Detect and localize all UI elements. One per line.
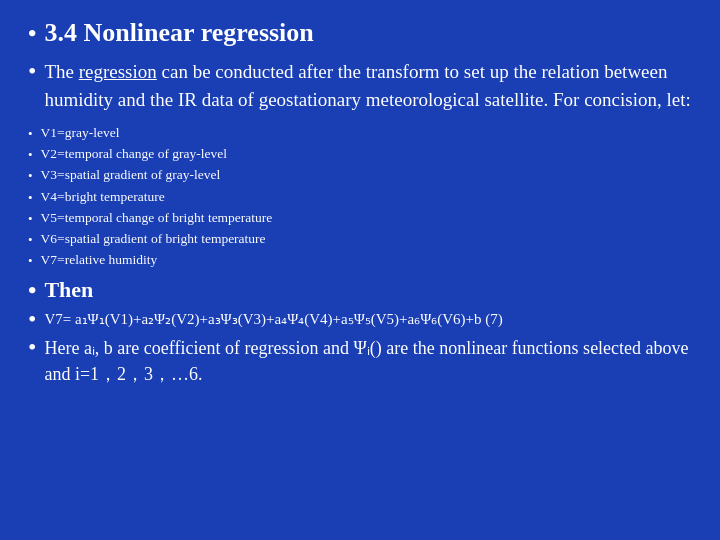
conclusion-block: • Here aᵢ, b are coefficient of regressi… (28, 335, 692, 387)
equation-block: • V7= a₁Ψ₁(V1)+a₂Ψ₂(V2)+a₃Ψ₃(V3)+a₄Ψ₄(V4… (28, 307, 692, 331)
list-item-text: V1=gray-level (41, 123, 120, 144)
list-item-text: V7=relative humidity (41, 250, 158, 271)
list-item-text: V4=bright temperature (41, 187, 165, 208)
list-item: • V5=temporal change of bright temperatu… (28, 208, 692, 229)
list-bullet: • (28, 251, 33, 271)
list-item-text: V3=spatial gradient of gray-level (41, 165, 221, 186)
intro-text: The regression can be conducted after th… (44, 58, 692, 113)
section-heading: • 3.4 Nonlinear regression (28, 18, 692, 48)
list-item-text: V2=temporal change of gray-level (41, 144, 227, 165)
list-bullet: • (28, 124, 33, 144)
list-item-text: V5=temporal change of bright temperature (41, 208, 273, 229)
main-content: • 3.4 Nonlinear regression • The regress… (0, 0, 720, 405)
conclusion-text: Here aᵢ, b are coefficient of regression… (44, 335, 692, 387)
heading-text: 3.4 Nonlinear regression (44, 18, 313, 48)
list-bullet: • (28, 166, 33, 186)
list-item: • V4=bright temperature (28, 187, 692, 208)
list-item: • V3=spatial gradient of gray-level (28, 165, 692, 186)
list-item: • V6=spatial gradient of bright temperat… (28, 229, 692, 250)
list-bullet: • (28, 188, 33, 208)
equation-text: V7= a₁Ψ₁(V1)+a₂Ψ₂(V2)+a₃Ψ₃(V3)+a₄Ψ₄(V4)+… (44, 308, 692, 331)
then-label: Then (44, 277, 93, 303)
heading-bullet: • (28, 21, 36, 45)
list-item-text: V6=spatial gradient of bright temperatur… (41, 229, 266, 250)
list-item: • V1=gray-level (28, 123, 692, 144)
then-block: • Then (28, 277, 692, 303)
list-bullet: • (28, 230, 33, 250)
intro-bullet: • (28, 59, 36, 113)
intro-paragraph: • The regression can be conducted after … (28, 58, 692, 113)
list-item: • V2=temporal change of gray-level (28, 144, 692, 165)
list-item: • V7=relative humidity (28, 250, 692, 271)
list-bullet: • (28, 145, 33, 165)
regression-word: regression (79, 61, 157, 82)
eq-bullet: • (28, 307, 36, 331)
then-bullet: • (28, 278, 36, 302)
conclusion-bullet: • (28, 335, 36, 359)
list-bullet: • (28, 209, 33, 229)
variable-list: • V1=gray-level • V2=temporal change of … (28, 123, 692, 271)
